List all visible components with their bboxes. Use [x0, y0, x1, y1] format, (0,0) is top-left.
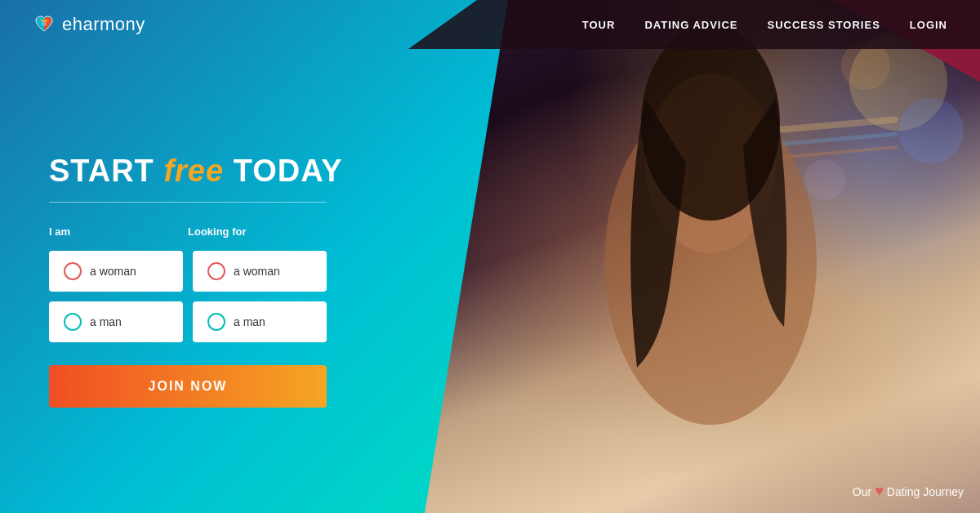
lf-man-label: a man — [234, 315, 265, 328]
nav-tour[interactable]: TOUR — [582, 19, 616, 31]
lf-man-option[interactable]: a man — [193, 301, 327, 342]
radio-lf-woman-circle — [207, 262, 225, 280]
nav-login[interactable]: LOGIN — [910, 19, 947, 31]
iam-woman-label: a woman — [90, 265, 136, 278]
main-content: START free TODAY I am Looking for a woma… — [0, 49, 457, 513]
looking-for-label: Looking for — [188, 225, 327, 238]
iam-man-option[interactable]: a man — [49, 301, 183, 342]
headline-start: START — [49, 154, 163, 188]
logo-text: eharmony — [62, 14, 145, 35]
iam-man-label: a man — [90, 315, 122, 328]
lf-woman-option[interactable]: a woman — [193, 251, 327, 292]
svg-point-10 — [42, 21, 47, 26]
watermark-suffix: Dating Journey — [887, 485, 964, 498]
headline-end: TODAY — [224, 154, 342, 188]
i-am-label: I am — [49, 225, 188, 238]
main-nav: TOUR DATING ADVICE SUCCESS STORIES LOGIN — [582, 19, 947, 31]
radio-iam-woman-circle — [64, 262, 82, 280]
headline: START free TODAY — [49, 154, 408, 189]
gender-selection-grid: a woman a woman a man a man — [49, 251, 327, 342]
join-now-button[interactable]: JOIN NOW — [49, 365, 327, 408]
watermark: Our ♥ Dating Journey — [853, 483, 964, 500]
logo[interactable]: eharmony — [33, 13, 145, 36]
headline-free: free — [163, 154, 224, 188]
logo-icon — [33, 13, 56, 36]
nav-dating-advice[interactable]: DATING ADVICE — [644, 19, 737, 31]
radio-lf-man-circle — [207, 313, 225, 331]
radio-iam-man-circle — [64, 313, 82, 331]
nav-success-stories[interactable]: SUCCESS STORIES — [768, 19, 880, 31]
form-column-labels: I am Looking for — [49, 225, 327, 244]
headline-divider — [49, 202, 327, 203]
lf-woman-label: a woman — [234, 265, 280, 278]
iam-woman-option[interactable]: a woman — [49, 251, 183, 292]
header: eharmony TOUR DATING ADVICE SUCCESS STOR… — [0, 0, 980, 49]
watermark-heart-icon: ♥ — [875, 483, 884, 500]
watermark-prefix: Our — [853, 485, 871, 498]
